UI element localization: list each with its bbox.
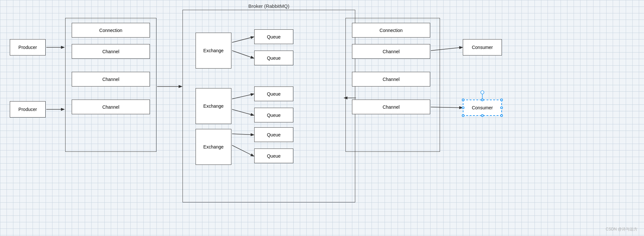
- queue-4: Queue: [254, 108, 293, 122]
- queue-6: Queue: [254, 149, 293, 163]
- consumer-1-label: Consumer: [472, 45, 493, 50]
- svg-point-13: [481, 91, 484, 94]
- handle-bot-left[interactable]: [462, 114, 464, 117]
- producer-2-label: Producer: [19, 107, 37, 112]
- right-channel-2-label: Channel: [383, 77, 400, 82]
- broker-title: Broker (RabbitMQ): [183, 3, 355, 9]
- left-connection-box: Connection: [72, 23, 150, 38]
- left-channel-3-label: Channel: [102, 104, 119, 110]
- queue-5-label: Queue: [267, 132, 281, 137]
- handle-bot-right[interactable]: [500, 114, 503, 117]
- handle-top-mid[interactable]: [481, 99, 484, 101]
- consumer-1: Consumer: [463, 39, 502, 55]
- consumer-2-label: Consumer: [472, 105, 493, 110]
- left-channel-3: Channel: [72, 100, 150, 114]
- exchange-2: Exchange: [196, 88, 231, 124]
- left-channel-1: Channel: [72, 44, 150, 59]
- right-connection-label: Connection: [380, 28, 403, 33]
- consumer-2[interactable]: Consumer: [463, 100, 502, 116]
- diagram-container: Producer Producer Connection Channel Cha…: [0, 0, 644, 236]
- handle-mid-left[interactable]: [462, 106, 464, 109]
- left-channel-2-label: Channel: [102, 77, 119, 82]
- left-channel-2: Channel: [72, 72, 150, 87]
- right-channel-3-label: Channel: [383, 104, 400, 110]
- queue-3: Queue: [254, 87, 293, 101]
- handle-bot-mid[interactable]: [481, 114, 484, 117]
- exchange-3: Exchange: [196, 129, 231, 165]
- queue-2: Queue: [254, 51, 293, 65]
- producer-1: Producer: [10, 39, 46, 55]
- left-channel-1-label: Channel: [102, 49, 119, 54]
- watermark: CSDN @诗与远方: [606, 227, 637, 232]
- left-connection-label: Connection: [99, 28, 123, 33]
- right-channel-1-label: Channel: [383, 49, 400, 54]
- handle-top-right[interactable]: [500, 99, 503, 101]
- queue-6-label: Queue: [267, 153, 281, 159]
- queue-1: Queue: [254, 29, 293, 44]
- handle-mid-right[interactable]: [500, 106, 503, 109]
- right-channel-1: Channel: [352, 44, 430, 59]
- queue-5: Queue: [254, 127, 293, 142]
- queue-3-label: Queue: [267, 91, 281, 97]
- exchange-1: Exchange: [196, 33, 231, 69]
- producer-1-label: Producer: [19, 45, 37, 50]
- exchange-1-label: Exchange: [203, 48, 224, 53]
- right-connection-box: Connection: [352, 23, 430, 38]
- exchange-3-label: Exchange: [203, 144, 224, 149]
- exchange-2-label: Exchange: [203, 103, 224, 109]
- queue-2-label: Queue: [267, 55, 281, 61]
- queue-1-label: Queue: [267, 34, 281, 39]
- right-channel-2: Channel: [352, 72, 430, 87]
- handle-top-left[interactable]: [462, 99, 464, 101]
- queue-4-label: Queue: [267, 113, 281, 118]
- right-channel-3: Channel: [352, 100, 430, 114]
- producer-2: Producer: [10, 101, 46, 118]
